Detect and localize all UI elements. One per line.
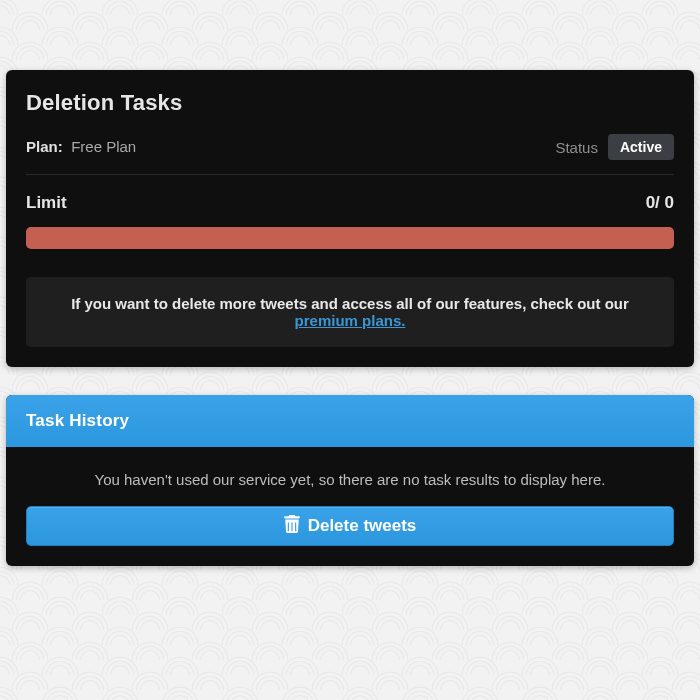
limit-label: Limit [26, 193, 67, 213]
deletion-tasks-title: Deletion Tasks [26, 90, 674, 116]
upsell-notice-text: If you want to delete more tweets and ac… [71, 295, 629, 312]
limit-value: 0/ 0 [646, 193, 674, 213]
status-badge: Active [608, 134, 674, 160]
task-history-card: Task History You haven't used our servic… [6, 395, 694, 566]
divider [26, 174, 674, 175]
plan-label: Plan: [26, 138, 63, 155]
task-history-empty-message: You haven't used our service yet, so the… [26, 471, 674, 488]
deletion-tasks-card: Deletion Tasks Plan: Free Plan Status Ac… [6, 70, 694, 367]
plan-status-row: Plan: Free Plan Status Active [26, 134, 674, 160]
limit-row: Limit 0/ 0 [26, 193, 674, 213]
status-label: Status [555, 139, 598, 156]
limit-progress-bar [26, 227, 674, 249]
delete-tweets-button-label: Delete tweets [308, 516, 417, 536]
premium-plans-link[interactable]: premium plans. [295, 312, 406, 329]
plan-info: Plan: Free Plan [26, 138, 136, 156]
plan-value: Free Plan [71, 138, 136, 155]
trash-icon [284, 515, 300, 538]
task-history-title: Task History [26, 411, 674, 431]
upsell-notice: If you want to delete more tweets and ac… [26, 277, 674, 347]
status-info: Status Active [555, 134, 674, 160]
delete-tweets-button[interactable]: Delete tweets [26, 506, 674, 546]
task-history-header: Task History [6, 395, 694, 447]
